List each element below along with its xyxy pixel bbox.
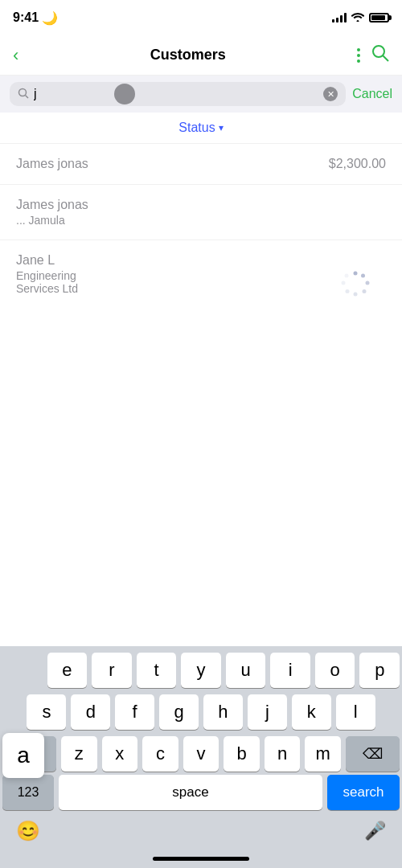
customer-sub: EngineeringServices Ltd [16,269,78,295]
search-nav-button[interactable] [371,44,389,67]
key-x[interactable]: x [102,736,138,772]
search-bar-container: ✕ Cancel [0,76,402,113]
svg-point-11 [354,293,358,297]
list-item[interactable]: James jonas $2,300.00 [0,144,402,185]
customer-sub: ... Jamula [16,214,88,227]
key-v[interactable]: v [183,736,219,772]
delete-key[interactable]: ⌫ [346,736,400,772]
mic-button[interactable]: 🎤 [364,821,386,841]
customer-name: James jonas [16,198,88,212]
keyboard-bottom-row: 123 space search [0,775,402,813]
status-bar: 9:41 🌙 [0,0,402,35]
keyboard-row-1: a e r t y u i o p [2,653,400,688]
key-z[interactable]: z [61,736,97,772]
svg-point-3 [373,46,384,57]
keyboard-row-2: s d f g h j k l [2,694,400,730]
moon-icon: 🌙 [42,10,58,26]
home-bar [153,857,249,861]
list-item[interactable]: Jane L EngineeringServices Ltd [0,240,402,327]
status-filter-button[interactable]: Status ▾ [178,121,223,135]
nav-actions [357,44,389,67]
key-u[interactable]: u [226,653,266,688]
keyboard-rows: a e r t y u i o p s d f g h j k l [0,646,402,775]
key-s[interactable]: s [27,694,66,730]
key-m[interactable]: m [305,736,341,772]
key-e[interactable]: e [47,653,88,688]
filter-bar: Status ▾ [0,113,402,144]
key-l[interactable]: l [336,694,375,730]
customer-amount: $2,300.00 [329,157,386,171]
signal-bars-icon [332,13,347,23]
key-f[interactable]: f [115,694,154,730]
clear-input-button[interactable]: ✕ [323,87,338,101]
keyboard: a a e r t y u i o p s d f g h j [0,646,402,868]
battery-icon [369,13,389,23]
key-o[interactable]: o [315,653,355,688]
svg-point-14 [345,274,349,278]
loading-spinner [325,253,386,314]
key-y[interactable]: y [181,653,221,688]
svg-point-9 [366,281,370,285]
search-input-icon [18,88,29,101]
more-button[interactable] [357,48,360,63]
wifi-icon [351,12,364,24]
key-n[interactable]: n [265,736,301,772]
key-t[interactable]: t [137,653,177,688]
key-popup: a [2,733,44,778]
key-c[interactable]: c [142,736,178,772]
status-filter-label: Status [178,121,215,135]
key-g[interactable]: g [159,694,199,730]
svg-point-2 [357,59,360,63]
list-item[interactable]: James jonas ... Jamula [0,185,402,240]
svg-point-7 [354,272,358,276]
svg-point-0 [357,48,360,51]
svg-line-6 [26,95,29,98]
space-key[interactable]: space [59,775,322,810]
svg-point-8 [361,274,365,278]
nav-bar: ‹ Customers [0,35,402,76]
key-k[interactable]: k [292,694,331,730]
customer-name: Jane L [16,253,78,268]
cancel-search-button[interactable]: Cancel [352,87,392,101]
customer-list: James jonas $2,300.00 James jonas ... Ja… [0,144,402,327]
emoji-mic-bar: 😊 🎤 [0,813,402,849]
back-button[interactable]: ‹ [13,45,18,66]
svg-point-13 [342,281,346,285]
keyboard-row-3: ⇧ z x c v b n m ⌫ [2,736,400,772]
status-icons [332,12,389,24]
customer-name: James jonas [16,157,88,171]
status-time: 9:41 🌙 [13,10,58,26]
key-h[interactable]: h [203,694,243,730]
svg-point-1 [357,54,360,57]
key-i[interactable]: i [270,653,310,688]
home-indicator [0,849,402,868]
key-b[interactable]: b [224,736,260,772]
search-input-wrapper[interactable]: ✕ [10,82,346,106]
key-r[interactable]: r [92,653,132,688]
svg-point-5 [19,88,27,96]
numbers-key[interactable]: 123 [2,775,54,810]
emoji-button[interactable]: 😊 [16,820,40,842]
time-label: 9:41 [13,10,39,25]
chevron-down-icon: ▾ [219,122,224,133]
svg-point-12 [346,289,350,293]
key-p[interactable]: p [359,653,400,688]
svg-line-4 [383,55,388,61]
key-d[interactable]: d [71,694,110,730]
search-input[interactable] [34,87,318,101]
search-key[interactable]: search [327,775,400,810]
page-title: Customers [150,47,226,63]
cursor-handle [114,84,135,104]
key-j[interactable]: j [248,694,287,730]
svg-point-10 [363,289,367,293]
